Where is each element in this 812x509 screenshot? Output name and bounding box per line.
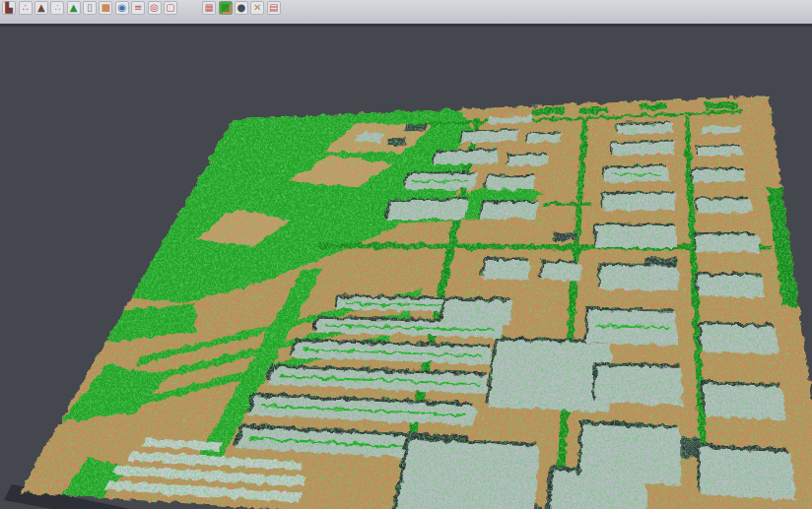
application-window: { "window": {"background": "#45474f"}, "…	[0, 0, 812, 509]
globe-icon-glyph: ◉	[117, 3, 126, 13]
classification-map-icon[interactable]: ▩	[219, 1, 233, 15]
point-cloud-icon-glyph: ∴	[54, 3, 60, 13]
profile-icon-glyph: ▤	[269, 3, 278, 13]
crop-region-icon-glyph: ▢	[166, 3, 174, 13]
globe-icon[interactable]: ◉	[115, 1, 129, 15]
3d-viewport[interactable]	[0, 27, 812, 509]
terrain-scene-canvas[interactable]	[0, 27, 812, 509]
target-icon-glyph: ◎	[150, 3, 159, 13]
classification-noise-overlay	[0, 59, 812, 509]
sphere-view-icon-glyph: ●	[237, 3, 246, 13]
mountain-view-icon-glyph: ▲	[37, 3, 45, 13]
grid-icon-glyph: ▦	[204, 3, 213, 13]
layers-icon[interactable]: ≡	[131, 1, 145, 15]
open-project-icon-glyph: ▙	[5, 3, 13, 13]
open-project-icon[interactable]: ▙	[2, 1, 16, 15]
sphere-view-icon[interactable]: ●	[235, 1, 248, 15]
toolbar: ▙∴▲∴▲▯■◉≡◎▢▦▩●✕▤	[0, 0, 812, 27]
mountain-view-icon[interactable]: ▲	[34, 1, 48, 15]
layers-icon-glyph: ≡	[134, 3, 142, 13]
target-icon[interactable]: ◎	[148, 1, 162, 15]
profile-icon[interactable]: ▤	[267, 1, 281, 15]
crop-region-icon[interactable]: ▢	[164, 1, 177, 15]
terrain-model-icon[interactable]: ▲	[67, 1, 81, 15]
terrain-model-icon-glyph: ▲	[70, 3, 78, 13]
grid-icon[interactable]: ▦	[202, 1, 216, 15]
vertical-ruler-icon-glyph: ▯	[87, 3, 93, 13]
align-points-icon[interactable]: ∴	[19, 1, 33, 15]
align-points-icon-glyph: ∴	[22, 3, 28, 13]
orthophoto-icon[interactable]: ■	[99, 1, 112, 15]
terrain-model	[0, 59, 812, 509]
measure-icon[interactable]: ✕	[250, 1, 264, 15]
measure-icon-glyph: ✕	[253, 3, 261, 13]
orthophoto-icon-glyph: ■	[102, 3, 110, 13]
vertical-ruler-icon[interactable]: ▯	[83, 1, 97, 15]
point-cloud-icon[interactable]: ∴	[50, 1, 64, 15]
classification-map-icon-glyph: ▩	[221, 3, 230, 13]
